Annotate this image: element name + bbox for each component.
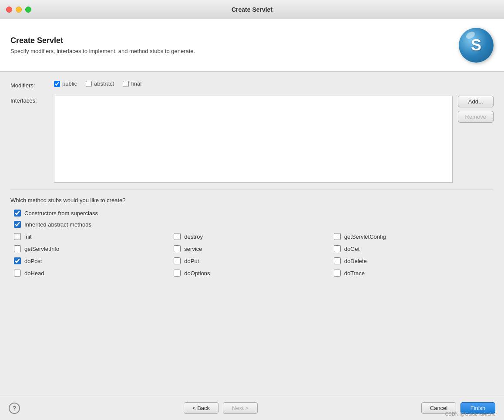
- doPut-checkbox[interactable]: [174, 257, 181, 264]
- add-button[interactable]: Add...: [458, 96, 494, 107]
- method-doPost[interactable]: doPost: [14, 257, 174, 264]
- getServletInfo-label: getServletInfo: [24, 246, 59, 252]
- servlet-icon: [459, 28, 494, 63]
- method-doPut[interactable]: doPut: [174, 257, 333, 264]
- dialog-header: Create Servlet Specify modifiers, interf…: [0, 19, 504, 72]
- doHead-label: doHead: [24, 270, 44, 277]
- dialog-title: Create Servlet: [10, 36, 195, 45]
- interfaces-label: Interfaces:: [10, 96, 54, 104]
- modifiers-label: Modifiers:: [10, 80, 54, 89]
- doGet-label: doGet: [344, 246, 360, 252]
- divider: [10, 190, 494, 190]
- doTrace-label: doTrace: [344, 270, 365, 277]
- close-button[interactable]: [6, 7, 12, 13]
- help-button[interactable]: ?: [9, 403, 20, 414]
- destroy-label: destroy: [184, 233, 203, 240]
- doTrace-checkbox[interactable]: [334, 270, 341, 277]
- method-stubs-section: Which method stubs would you like to cre…: [10, 197, 494, 277]
- window-title: Create Servlet: [232, 6, 272, 13]
- doOptions-checkbox[interactable]: [174, 270, 181, 277]
- doPost-checkbox[interactable]: [14, 257, 21, 264]
- method-destroy[interactable]: destroy: [174, 233, 333, 240]
- getServletConfig-label: getServletConfig: [344, 233, 386, 240]
- doDelete-checkbox[interactable]: [334, 257, 341, 264]
- doHead-checkbox[interactable]: [14, 270, 21, 277]
- modifier-public-checkbox[interactable]: [54, 81, 60, 87]
- constructors-from-superclass[interactable]: Constructors from superclass: [14, 210, 494, 217]
- method-grid: init destroy getServletConfig getServlet…: [10, 233, 494, 277]
- minimize-button[interactable]: [16, 7, 22, 13]
- doPost-label: doPost: [24, 258, 42, 264]
- dialog-content: Create Servlet Specify modifiers, interf…: [0, 19, 504, 420]
- footer-left: ?: [9, 403, 20, 414]
- method-getServletConfig[interactable]: getServletConfig: [334, 233, 494, 240]
- dialog-body: Modifiers: public abstract final Interfa…: [0, 72, 504, 396]
- footer-wrapper: ? < Back Next > Cancel Finish CSDN @Gold…: [0, 396, 504, 420]
- modifier-abstract[interactable]: abstract: [86, 80, 114, 87]
- destroy-checkbox[interactable]: [174, 233, 181, 240]
- service-checkbox[interactable]: [174, 245, 181, 252]
- init-checkbox[interactable]: [14, 233, 21, 240]
- modifiers-row: Modifiers: public abstract final: [10, 80, 494, 89]
- inherited-label: Inherited abstract methods: [24, 221, 91, 228]
- dialog-footer: ? < Back Next > Cancel Finish: [0, 396, 504, 420]
- method-doTrace[interactable]: doTrace: [334, 270, 494, 277]
- modifier-abstract-checkbox[interactable]: [86, 81, 92, 87]
- init-label: init: [24, 233, 32, 240]
- modifiers-controls: public abstract final: [54, 80, 494, 87]
- method-stubs-title: Which method stubs would you like to cre…: [10, 197, 494, 203]
- modifier-final-label: final: [131, 80, 141, 87]
- back-button[interactable]: < Back: [184, 402, 218, 414]
- servlet-icon-shine: [465, 30, 476, 40]
- interfaces-row: Interfaces: Add... Remove: [10, 96, 494, 183]
- dialog-subtitle: Specify modifiers, interfaces to impleme…: [10, 48, 195, 54]
- doPut-label: doPut: [184, 258, 199, 264]
- footer-center: < Back Next >: [184, 402, 258, 414]
- method-getServletInfo[interactable]: getServletInfo: [14, 245, 174, 252]
- method-doOptions[interactable]: doOptions: [174, 270, 333, 277]
- window-controls[interactable]: [6, 7, 31, 13]
- getServletInfo-checkbox[interactable]: [14, 245, 21, 252]
- service-label: service: [184, 246, 202, 252]
- doDelete-label: doDelete: [344, 258, 367, 264]
- modifier-abstract-label: abstract: [94, 80, 114, 87]
- interfaces-textarea[interactable]: [54, 96, 453, 183]
- modifier-final-checkbox[interactable]: [123, 81, 129, 87]
- doGet-checkbox[interactable]: [334, 245, 341, 252]
- method-doHead[interactable]: doHead: [14, 270, 174, 277]
- inherited-checkbox[interactable]: [14, 221, 21, 228]
- dialog-header-text: Create Servlet Specify modifiers, interf…: [10, 36, 195, 54]
- constructors-label: Constructors from superclass: [24, 210, 98, 217]
- remove-button[interactable]: Remove: [458, 111, 494, 123]
- interfaces-container: Add... Remove: [54, 96, 494, 183]
- modifier-public[interactable]: public: [54, 80, 77, 87]
- getServletConfig-checkbox[interactable]: [334, 233, 341, 240]
- doOptions-label: doOptions: [184, 270, 210, 277]
- constructors-checkbox[interactable]: [14, 210, 21, 217]
- modifier-final[interactable]: final: [123, 80, 141, 87]
- inherited-abstract-methods[interactable]: Inherited abstract methods: [14, 221, 494, 228]
- next-button[interactable]: Next >: [223, 402, 258, 414]
- interfaces-buttons: Add... Remove: [458, 96, 494, 123]
- title-bar: Create Servlet: [0, 0, 504, 19]
- method-doGet[interactable]: doGet: [334, 245, 494, 252]
- watermark: CSDN @GoldenaArcher: [445, 411, 497, 417]
- modifier-public-label: public: [62, 80, 77, 87]
- method-init[interactable]: init: [14, 233, 174, 240]
- method-doDelete[interactable]: doDelete: [334, 257, 494, 264]
- method-service[interactable]: service: [174, 245, 333, 252]
- maximize-button[interactable]: [25, 7, 31, 13]
